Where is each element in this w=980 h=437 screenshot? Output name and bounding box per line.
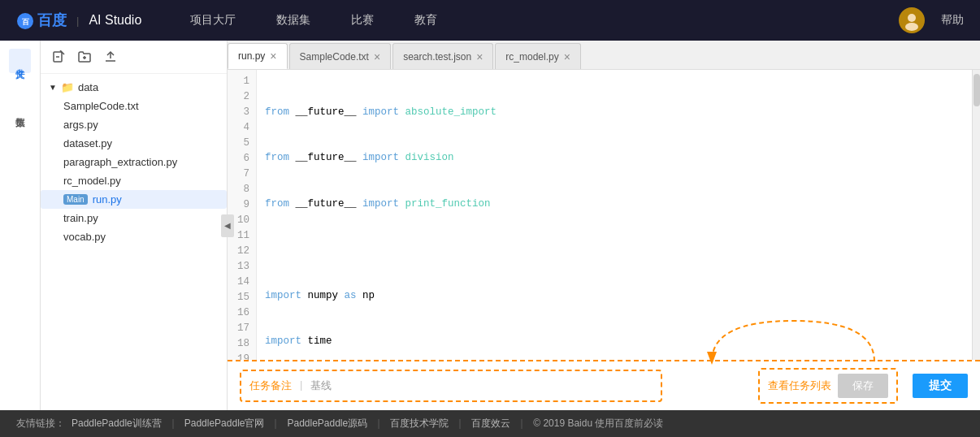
new-folder-button[interactable] — [75, 47, 94, 67]
logo-area: 百 百度 | AI Studio — [16, 11, 141, 30]
nav-item-datasets[interactable]: 数据集 — [276, 13, 310, 28]
topnav: 百 百度 | AI Studio 项目大厅 数据集 比赛 教育 帮助 — [0, 0, 980, 41]
code-lines: from __future__ import absolute_import f… — [257, 70, 972, 360]
collapse-arrow[interactable]: ◀ — [221, 214, 234, 237]
folder-icon: 📁 — [61, 81, 74, 93]
help-link[interactable]: 帮助 — [941, 13, 964, 28]
svg-point-4 — [905, 23, 918, 31]
task-label: 任务备注 — [249, 375, 292, 396]
code-wrapper: 1234 5678 9101112 13141516 17181920 2122… — [228, 70, 980, 360]
task-input-area: 任务备注 | 基线 — [240, 370, 662, 402]
baseline-label: 基线 — [310, 375, 332, 396]
nav-items: 项目大厅 数据集 比赛 教育 — [190, 13, 899, 28]
tab-label: run.py — [238, 50, 265, 62]
list-item[interactable]: rc_model.py — [41, 171, 227, 190]
view-tasks-button[interactable]: 查看任务列表 — [768, 379, 831, 393]
footer-copyright: © 2019 Baidu 使用百度前必读 — [533, 417, 663, 431]
sidebar-icons: 文件夹 数据集 — [0, 41, 41, 410]
footer-link-paddle-official[interactable]: PaddlePaddle官网 — [184, 417, 265, 431]
footer-prefix: 友情链接： — [16, 417, 65, 431]
footer-sep: ｜ — [517, 417, 527, 431]
scrollbar-thumb — [973, 74, 980, 106]
tab-close[interactable]: × — [564, 51, 570, 63]
logo-sep: | — [76, 15, 79, 27]
list-item[interactable]: args.py — [41, 115, 227, 134]
file-tree-body: ▼ 📁 data SampleCode.txt args.py dataset.… — [41, 74, 227, 410]
file-tree-header — [41, 41, 227, 74]
svg-point-3 — [908, 14, 916, 22]
tab-rc-model[interactable]: rc_model.py × — [495, 43, 581, 69]
editor-area: run.py × SampleCode.txt × search.test.js… — [228, 41, 980, 410]
chevron-down-icon: ▼ — [49, 83, 57, 92]
file-tree: ▼ 📁 data SampleCode.txt args.py dataset.… — [41, 41, 228, 410]
tab-label: rc_model.py — [505, 51, 558, 63]
footer-link-baidu-school[interactable]: 百度技术学院 — [390, 417, 449, 431]
tab-run-py[interactable]: run.py × — [228, 43, 288, 69]
tab-close[interactable]: × — [374, 51, 380, 63]
footer-sep: ｜ — [271, 417, 280, 431]
main-badge: Main — [63, 194, 88, 205]
code-scroll[interactable]: 1234 5678 9101112 13141516 17181920 2122… — [228, 70, 972, 360]
list-item[interactable]: SampleCode.txt — [41, 97, 227, 115]
nav-item-projects[interactable]: 项目大厅 — [190, 13, 236, 28]
main-content: 文件夹 数据集 ▼ 📁 data SampleCode.txt args.py — [0, 41, 980, 410]
nav-item-competition[interactable]: 比赛 — [351, 13, 374, 28]
tab-close[interactable]: × — [476, 51, 483, 63]
list-item-run[interactable]: Main run.py — [41, 190, 227, 209]
nav-right: 帮助 — [899, 7, 964, 33]
list-item[interactable]: train.py — [41, 209, 227, 227]
folder-data[interactable]: ▼ 📁 data — [41, 78, 227, 97]
avatar[interactable] — [899, 7, 925, 33]
footer-link-baidu-cloud[interactable]: 百度效云 — [471, 417, 510, 431]
code-content: 1234 5678 9101112 13141516 17181920 2122… — [228, 70, 972, 360]
logo-baidu: 百 百度 — [16, 11, 67, 30]
list-item[interactable]: dataset.py — [41, 134, 227, 153]
right-actions: 查看任务列表 保存 — [758, 368, 898, 404]
list-item[interactable]: vocab.py — [41, 227, 227, 246]
footer-sep: ｜ — [455, 417, 465, 431]
task-input[interactable] — [336, 375, 653, 396]
upload-button[interactable] — [101, 47, 120, 67]
logo-ai: AI Studio — [89, 13, 141, 28]
new-file-button[interactable] — [49, 47, 68, 67]
tab-close[interactable]: × — [270, 50, 276, 62]
svg-text:百: 百 — [22, 18, 30, 26]
footer-sep: ｜ — [168, 417, 178, 431]
tab-samplecode[interactable]: SampleCode.txt × — [289, 43, 392, 69]
nav-item-education[interactable]: 教育 — [414, 13, 437, 28]
submit-button[interactable]: 提交 — [913, 374, 968, 398]
tabs-bar: run.py × SampleCode.txt × search.test.js… — [228, 41, 980, 70]
tab-files[interactable]: 文件夹 — [9, 49, 31, 73]
tab-label: SampleCode.txt — [300, 51, 369, 63]
footer-link-paddle-src[interactable]: PaddlePaddle源码 — [287, 417, 367, 431]
divider: | — [300, 375, 302, 396]
save-button[interactable]: 保存 — [838, 374, 888, 398]
footer-sep: ｜ — [374, 417, 384, 431]
list-item[interactable]: paragraph_extraction.py — [41, 153, 227, 171]
footer: 友情链接： PaddlePaddle训练营 ｜ PaddlePaddle官网 ｜… — [0, 410, 980, 437]
footer-link-paddle-camp[interactable]: PaddlePaddle训练营 — [72, 417, 162, 431]
tab-search-json[interactable]: search.test.json × — [392, 43, 493, 69]
bottom-panel: 任务备注 | 基线 查看任务列表 保存 提交 — [228, 360, 980, 410]
tab-datasets[interactable]: 数据集 — [9, 97, 31, 122]
folder-label: data — [78, 81, 98, 93]
run-py-label: run.py — [93, 193, 122, 206]
scrollbar-vertical[interactable] — [972, 70, 980, 360]
tab-label: search.test.json — [403, 51, 471, 63]
